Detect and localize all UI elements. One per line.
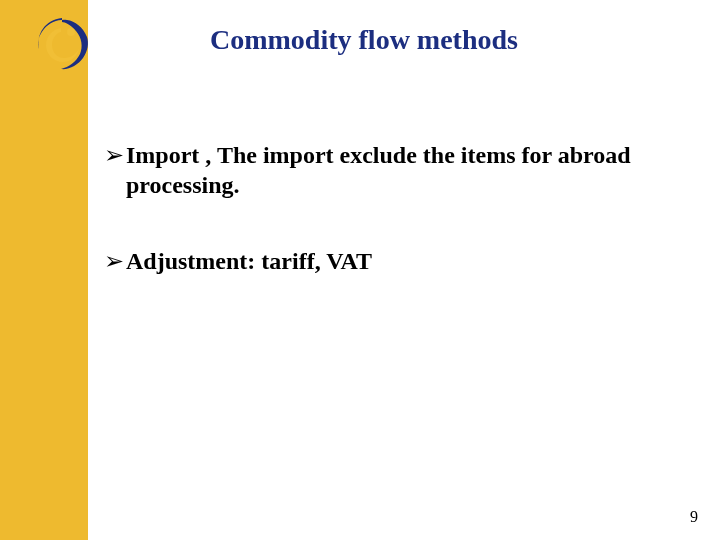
- slide: Commodity flow methods ➢ Import , The im…: [0, 0, 720, 540]
- bullet-arrow-icon: ➢: [104, 246, 126, 276]
- org-logo: [31, 14, 93, 76]
- slide-title: Commodity flow methods: [210, 24, 518, 56]
- page-number: 9: [690, 508, 698, 526]
- bullet-text: Import , The import exclude the items fo…: [126, 140, 684, 200]
- svg-point-0: [67, 28, 75, 36]
- bullet-text: Adjustment: tariff, VAT: [126, 246, 684, 276]
- slide-body: ➢ Import , The import exclude the items …: [104, 140, 684, 322]
- list-item: ➢ Import , The import exclude the items …: [104, 140, 684, 200]
- sidebar-accent: [0, 0, 88, 540]
- logo-swirl-icon: [31, 14, 93, 76]
- bullet-arrow-icon: ➢: [104, 140, 126, 170]
- list-item: ➢ Adjustment: tariff, VAT: [104, 246, 684, 276]
